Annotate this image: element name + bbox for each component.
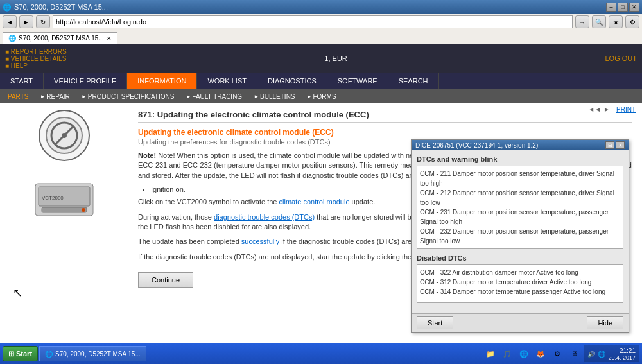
subnav-arrow3: ► xyxy=(186,94,191,100)
subnav-product-specs[interactable]: ► PRODUCT SPECIFICATIONS xyxy=(76,92,180,101)
top-bar-links: ■ REPORT ERRORS ■ VEHICLE DETAILS ■ HELP xyxy=(5,48,67,69)
tab-icon: 🌐 xyxy=(8,35,16,42)
svg-point-3 xyxy=(62,133,67,138)
taskbar: ⊞ Start 🌐 S70, 2000, D5252T MSA 15... 📁 … xyxy=(0,343,642,364)
climate-module-link[interactable]: climate control module xyxy=(279,198,350,205)
svg-rect-7 xyxy=(42,207,87,212)
close-button[interactable]: ✕ xyxy=(629,3,639,12)
main-content: ◄◄ ► PRINT 871: Updating the electronic … xyxy=(128,103,642,364)
dice-start-button[interactable]: Start xyxy=(417,316,453,329)
note-label: Note! xyxy=(138,152,156,159)
start-icon: ⊞ xyxy=(8,350,14,358)
content-title: 871: Updating the electronic climate con… xyxy=(138,110,632,123)
taskbar-icon-browser[interactable]: 🌐 xyxy=(517,347,531,361)
nav-search[interactable]: SEARCH xyxy=(388,73,439,89)
system-tray: 🔊 🌐 21:21 20.4. 2017 xyxy=(584,345,639,362)
vehicle-details-link[interactable]: ■ VEHICLE DETAILS xyxy=(5,55,67,62)
continue-button[interactable]: Continue xyxy=(138,272,193,288)
disabled-item-2: CCM - 312 Damper motor temperature drive… xyxy=(420,277,620,287)
svg-point-8 xyxy=(82,208,85,212)
taskbar-app-vida[interactable]: 🌐 S70, 2000, D5252T MSA 15... xyxy=(39,346,146,361)
nav-start[interactable]: START xyxy=(0,73,44,89)
window-title: S70, 2000, D5252T MSA 15... xyxy=(14,3,108,11)
successfully-link[interactable]: successfully xyxy=(241,238,279,245)
disabled-item-3: CCM - 314 Damper motor temperature passe… xyxy=(420,287,620,297)
clock-date: 20.4. 2017 xyxy=(608,354,636,361)
dice-hide-button[interactable]: Hide xyxy=(587,316,623,329)
clock-time: 21:21 xyxy=(608,347,636,354)
taskbar-icon-app3[interactable]: 🖥 xyxy=(567,347,581,361)
titlebar-controls[interactable]: – □ ✕ xyxy=(606,3,639,12)
dtc-item-4: CCM - 232 Damper motor position sensor t… xyxy=(420,227,620,246)
prev-arrow[interactable]: ◄◄ xyxy=(588,106,601,113)
tray-icon-network[interactable]: 🌐 xyxy=(598,351,605,358)
subnav-fault-label: FAULT TRACING xyxy=(192,93,242,100)
subnav-parts-label: PARTS xyxy=(8,93,28,100)
tray-icon-volume[interactable]: 🔊 xyxy=(587,351,595,358)
taskbar-app-label: S70, 2000, D5252T MSA 15... xyxy=(55,351,141,358)
taskbar-icon-folder[interactable]: 📁 xyxy=(483,347,498,361)
start-button[interactable]: ⊞ Start xyxy=(3,346,38,361)
climate-control-icon xyxy=(39,110,90,161)
app-icon: 🌐 xyxy=(3,3,12,12)
vct2000-device[interactable]: VCT2000 xyxy=(32,180,96,220)
dice-dtc-title: DTCs and warning blink xyxy=(417,155,623,163)
dtc-item-3: CCM - 231 Damper motor position sensor t… xyxy=(420,207,620,227)
titlebar-left: 🌐 S70, 2000, D5252T MSA 15... xyxy=(3,3,108,12)
subnav-forms[interactable]: ► FORMS xyxy=(302,92,342,101)
dice-controls[interactable]: ⊟ ✕ xyxy=(605,141,625,149)
subnav-repair[interactable]: ► REPAIR xyxy=(35,92,74,101)
report-errors-link[interactable]: ■ REPORT ERRORS xyxy=(5,48,67,55)
svg-text:VCT2000: VCT2000 xyxy=(42,195,64,201)
back-button[interactable]: ◄ xyxy=(3,15,17,28)
next-arrow[interactable]: ► xyxy=(603,106,610,113)
subnav-arrow4: ► xyxy=(254,94,259,100)
refresh-button[interactable]: ↻ xyxy=(36,15,50,28)
maximize-button[interactable]: □ xyxy=(618,3,628,12)
nav-diagnostics[interactable]: DIAGNOSTICS xyxy=(257,73,327,89)
taskbar-icon-app1[interactable]: 🦊 xyxy=(534,347,548,361)
dice-close-btn[interactable]: ✕ xyxy=(616,141,625,149)
top-bar-center: 1, EUR xyxy=(324,55,347,62)
nav-arrows: ◄◄ ► xyxy=(588,106,610,113)
subnav-arrow2: ► xyxy=(82,94,87,100)
tab-close-button[interactable]: ✕ xyxy=(107,35,112,42)
dice-minimize-btn[interactable]: ⊟ xyxy=(605,141,614,149)
search-icon[interactable]: 🔍 xyxy=(592,15,606,28)
forward-button[interactable]: ► xyxy=(19,15,33,28)
nav-vehicle-profile[interactable]: VEHICLE PROFILE xyxy=(44,73,127,89)
section-title: Updating the electronic climate control … xyxy=(138,128,632,137)
window-titlebar: 🌐 S70, 2000, D5252T MSA 15... – □ ✕ xyxy=(0,0,642,14)
browser-tab[interactable]: 🌐 S70, 2000, D5252T MSA 15... ✕ xyxy=(3,32,117,44)
nav-information[interactable]: INFORMATION xyxy=(127,73,197,89)
taskbar-app-icon: 🌐 xyxy=(45,351,53,358)
content-area: VCT2000 ◄◄ ► PRINT 871: Updating the ele… xyxy=(0,103,642,364)
subnav-arrow5: ► xyxy=(307,94,312,100)
vida-app: ■ REPORT ERRORS ■ VEHICLE DETAILS ■ HELP… xyxy=(0,44,642,364)
nav-software[interactable]: SOFTWARE xyxy=(327,73,388,89)
nav-bar: START VEHICLE PROFILE INFORMATION WORK L… xyxy=(0,73,642,89)
dice-title-bar: DICE-206751 (VCC-237194-1, version 1.2) … xyxy=(412,140,629,150)
favorites-icon[interactable]: ★ xyxy=(609,15,623,28)
dice-disabled-title: Disabled DTCs xyxy=(417,254,623,262)
dice-title: DICE-206751 (VCC-237194-1, version 1.2) xyxy=(415,142,538,149)
dice-dialog: DICE-206751 (VCC-237194-1, version 1.2) … xyxy=(411,139,629,333)
print-link[interactable]: PRINT xyxy=(616,106,636,113)
taskbar-icon-media[interactable]: 🎵 xyxy=(500,347,514,361)
subnav-parts[interactable]: PARTS xyxy=(3,92,33,101)
dtc-item-1: CCM - 211 Damper motor position sensor t… xyxy=(420,169,620,188)
logout-link[interactable]: LOG OUT xyxy=(605,55,637,62)
taskbar-icon-app2[interactable]: ⚙ xyxy=(550,347,564,361)
dtc-link1[interactable]: diagnostic trouble codes (DTCs) xyxy=(214,213,315,221)
subnav-bulletins-label: BULLETINS xyxy=(260,93,295,100)
sub-nav: PARTS ► REPAIR ► PRODUCT SPECIFICATIONS … xyxy=(0,89,642,103)
subnav-bulletins[interactable]: ► BULLETINS xyxy=(248,92,300,101)
minimize-button[interactable]: – xyxy=(606,3,616,12)
subnav-fault-tracing[interactable]: ► FAULT TRACING xyxy=(180,92,247,101)
address-bar[interactable] xyxy=(53,15,573,28)
nav-work-list[interactable]: WORK LIST xyxy=(197,73,257,89)
tools-icon[interactable]: ⚙ xyxy=(625,15,639,28)
climate-icon-svg xyxy=(45,116,83,155)
help-link[interactable]: ■ HELP xyxy=(5,62,67,69)
go-button[interactable]: → xyxy=(575,15,589,28)
